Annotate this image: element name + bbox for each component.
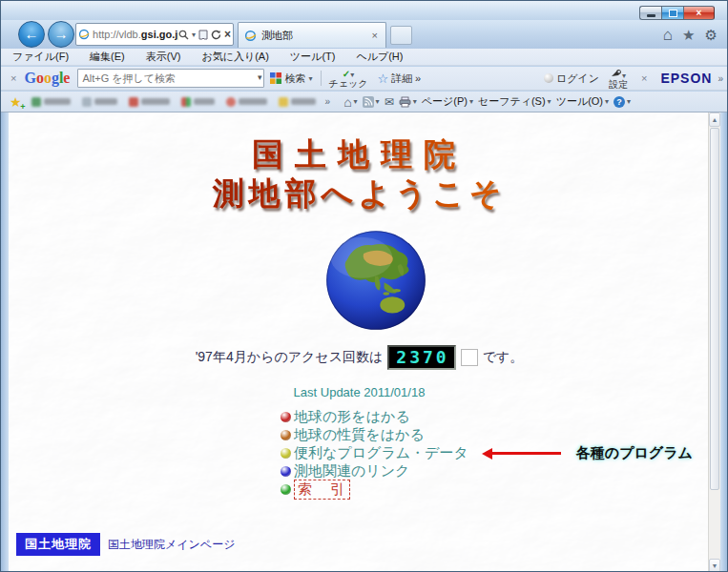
tab-close-icon[interactable]: × xyxy=(370,30,380,41)
epson-toolbar-close-icon[interactable]: × xyxy=(641,72,647,84)
search-icon[interactable] xyxy=(178,30,189,40)
refresh-icon[interactable] xyxy=(211,30,221,40)
tools-menu-button[interactable]: ツール(O)▾ xyxy=(556,94,609,109)
url-text: http://vldb.gsi.go.jp/s xyxy=(93,29,178,40)
favorite-item[interactable] xyxy=(31,97,71,107)
favorite-item[interactable] xyxy=(226,97,267,107)
link-earth-shape[interactable]: 地球の形をはかる xyxy=(294,408,410,426)
scroll-down-icon[interactable]: ▼ xyxy=(709,559,720,572)
google-toolbar: × Google ▾ 検索 ▾ ✓▾ チェック ☆ 詳細 » ログイン ▾ xyxy=(1,67,727,91)
favorite-item[interactable] xyxy=(181,97,215,107)
page-title-line2: 測地部へようこそ xyxy=(9,173,710,215)
browser-window: × ← → http://vldb.gsi.go.jp/s ▾ × 測地部 × … xyxy=(0,0,728,572)
menu-view[interactable]: 表示(V) xyxy=(146,50,181,64)
forward-button[interactable]: → xyxy=(48,21,74,48)
scrollbar-thumb[interactable] xyxy=(710,128,719,490)
minimize-button[interactable] xyxy=(639,6,661,20)
search-dropdown-icon[interactable]: ▾ xyxy=(192,31,196,39)
page-content: 国土地理院 測地部へようこそ xyxy=(9,112,710,572)
favorites-overflow-icon[interactable]: » xyxy=(325,96,331,107)
read-mail-button[interactable]: ✉ xyxy=(385,95,394,109)
favorite-item[interactable] xyxy=(129,97,170,107)
wrench-icon xyxy=(611,69,622,78)
google-search-button[interactable]: 検索 ▾ xyxy=(264,72,318,86)
settings-button[interactable]: ▾ 設定 xyxy=(605,69,632,89)
google-logo: Google xyxy=(24,70,70,87)
window-frame-right xyxy=(720,112,727,572)
home-icon[interactable]: ⌂ xyxy=(663,26,673,45)
title-bar: × xyxy=(1,1,727,20)
page-menu-button[interactable]: ページ(P)▾ xyxy=(422,94,473,109)
star-outline-icon: ☆ xyxy=(377,72,388,86)
list-item: 便利なプログラム・データ 各種のプログラム xyxy=(281,444,693,462)
link-programs[interactable]: 便利なプログラム・データ xyxy=(294,444,468,462)
help-button[interactable]: ?▾ xyxy=(614,96,631,108)
menu-bar: ファイル(F) 編集(E) 表示(V) お気に入り(A) ツール(T) ヘルプ(… xyxy=(1,49,727,66)
favorite-item[interactable] xyxy=(279,97,316,107)
add-favorite-icon[interactable]: ★+ xyxy=(10,94,22,110)
ie-logo-icon xyxy=(244,30,257,42)
menu-tools[interactable]: ツール(T) xyxy=(290,50,336,64)
print-button[interactable]: ▾ xyxy=(399,96,417,108)
feeds-button[interactable]: ▾ xyxy=(363,96,380,108)
help-icon: ? xyxy=(614,96,625,108)
search-history-dropdown-icon[interactable]: ▾ xyxy=(258,72,262,82)
details-button[interactable]: ☆ 詳細 » xyxy=(371,72,426,86)
link-earth-property[interactable]: 地球の性質をはかる xyxy=(294,426,425,444)
home-button[interactable]: ⌂▾ xyxy=(343,94,357,110)
restore-button[interactable] xyxy=(661,6,683,20)
forward-icon: → xyxy=(54,26,69,42)
annotation-arrow xyxy=(482,448,561,460)
close-window-button[interactable]: × xyxy=(683,6,715,20)
stop-icon[interactable]: × xyxy=(224,28,231,41)
compatibility-view-icon[interactable] xyxy=(198,30,208,40)
minimize-icon xyxy=(647,14,655,17)
favorites-star-icon[interactable]: ★ xyxy=(682,27,695,44)
menu-edit[interactable]: 編集(E) xyxy=(90,50,125,64)
counter-prefix: '97年4月からのアクセス回数は xyxy=(196,349,384,366)
gear-icon[interactable]: ⚙ xyxy=(705,27,718,44)
toolbar-close-icon[interactable]: × xyxy=(10,72,16,84)
list-item: 索 引 xyxy=(281,480,693,499)
close-icon: × xyxy=(697,8,702,18)
favorite-item[interactable] xyxy=(82,97,117,107)
annotation-label: 各種のプログラム xyxy=(576,444,693,462)
dropdown-icon: ▾ xyxy=(308,74,312,83)
epson-logo: EPSON xyxy=(660,71,712,86)
bullet-icon xyxy=(281,484,291,495)
link-index[interactable]: 索 引 xyxy=(294,480,350,500)
earth-globe-image xyxy=(324,229,427,332)
mail-icon: ✉ xyxy=(385,95,394,109)
last-update-text: Last Update 2011/01/18 xyxy=(9,385,710,399)
back-button[interactable]: ← xyxy=(18,21,45,48)
window-frame-left xyxy=(1,112,9,572)
menu-help[interactable]: ヘルプ(H) xyxy=(356,50,403,64)
scrollbar-track[interactable] xyxy=(709,491,720,559)
scroll-up-icon[interactable]: ▲ xyxy=(709,112,720,127)
spellcheck-button[interactable]: ✓▾ チェック xyxy=(324,70,371,88)
gsi-home-button[interactable]: 国土地理院 xyxy=(16,533,100,556)
tab-sokuchibu[interactable]: 測地部 × xyxy=(238,22,386,48)
access-counter: 2370 xyxy=(387,345,455,370)
vertical-scrollbar[interactable]: ▲ ▼ xyxy=(708,112,720,572)
safety-menu-button[interactable]: セーフティ(S)▾ xyxy=(478,94,551,109)
ie-logo-icon xyxy=(78,28,90,41)
gsi-mainpage-link[interactable]: 国土地理院メインページ xyxy=(108,537,235,553)
toolbar-overflow-icon[interactable]: » xyxy=(718,73,723,84)
page-title-line1: 国土地理院 xyxy=(9,133,710,176)
bullet-icon xyxy=(281,412,291,422)
back-icon: ← xyxy=(25,26,39,42)
google-search-input[interactable] xyxy=(77,69,264,88)
printer-icon xyxy=(399,96,411,108)
list-item: 地球の性質をはかる xyxy=(281,426,693,444)
bullet-icon xyxy=(281,448,291,459)
list-item: 測地関連のリンク xyxy=(281,462,693,480)
home-icon: ⌂ xyxy=(343,94,351,110)
menu-favorites[interactable]: お気に入り(A) xyxy=(201,50,268,64)
link-geodesy-links[interactable]: 測地関連のリンク xyxy=(294,462,409,480)
new-tab-button[interactable] xyxy=(390,26,412,45)
login-button[interactable]: ログイン xyxy=(538,72,605,86)
address-bar[interactable]: http://vldb.gsi.go.jp/s ▾ × xyxy=(75,23,234,46)
menu-file[interactable]: ファイル(F) xyxy=(12,50,69,64)
restore-icon xyxy=(669,10,677,17)
